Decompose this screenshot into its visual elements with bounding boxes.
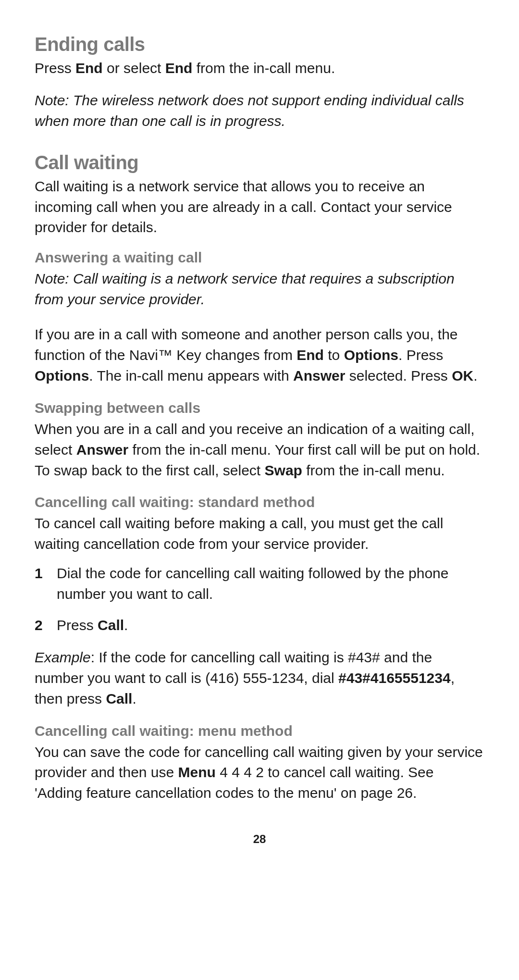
list-item: 2 Press Call.: [35, 615, 484, 636]
text: from the in-call menu.: [192, 60, 335, 76]
text: Press: [35, 60, 75, 76]
heading-call-waiting: Call waiting: [35, 152, 484, 174]
bold-options: Options: [35, 368, 89, 384]
text: .: [132, 691, 136, 707]
bold-end: End: [75, 60, 103, 76]
cancel-menu-para: You can save the code for cancelling cal…: [35, 742, 484, 804]
bold-swap: Swap: [265, 462, 302, 478]
answering-para: If you are in a call with someone and an…: [35, 324, 484, 386]
example-label: Example: [35, 649, 91, 665]
swapping-para: When you are in a call and you receive a…: [35, 419, 484, 481]
ending-calls-note: Note: The wireless network does not supp…: [35, 90, 484, 132]
subheading-cancel-menu: Cancelling call waiting: menu method: [35, 723, 484, 739]
bold-dialstring: #43#4165551234: [338, 670, 451, 686]
text: .: [473, 368, 477, 384]
bold-answer: Answer: [76, 442, 128, 458]
bold-options: Options: [344, 347, 398, 363]
bold-answer: Answer: [293, 368, 345, 384]
page-number: 28: [35, 832, 484, 846]
bold-call: Call: [98, 617, 124, 633]
text: .: [124, 617, 128, 633]
step-text: Press Call.: [57, 615, 484, 636]
text: or select: [103, 60, 165, 76]
bold-call: Call: [106, 691, 132, 707]
ending-calls-para: Press End or select End from the in-call…: [35, 58, 484, 79]
text: Press: [57, 617, 98, 633]
bold-menu: Menu: [178, 764, 216, 780]
text: to: [324, 347, 344, 363]
list-item: 1 Dial the code for cancelling call wait…: [35, 563, 484, 605]
bold-end: End: [297, 347, 324, 363]
heading-ending-calls: Ending calls: [35, 34, 484, 55]
subheading-answering: Answering a waiting call: [35, 249, 484, 266]
text: selected. Press: [345, 368, 452, 384]
step-number: 1: [35, 563, 57, 605]
text: from the in-call menu.: [302, 462, 445, 478]
cancel-standard-intro: To cancel call waiting before making a c…: [35, 513, 484, 555]
text: . Press: [398, 347, 443, 363]
call-waiting-intro: Call waiting is a network service that a…: [35, 176, 484, 238]
cancel-standard-steps: 1 Dial the code for cancelling call wait…: [35, 563, 484, 636]
cancel-standard-example: Example: If the code for cancelling call…: [35, 647, 484, 709]
step-text: Dial the code for cancelling call waitin…: [57, 563, 484, 605]
document-page: Ending calls Press End or select End fro…: [0, 0, 519, 875]
subheading-swapping: Swapping between calls: [35, 400, 484, 416]
step-number: 2: [35, 615, 57, 636]
bold-ok: OK: [452, 368, 473, 384]
subheading-cancel-standard: Cancelling call waiting: standard method: [35, 494, 484, 510]
bold-end: End: [165, 60, 193, 76]
text: . The in-call menu appears with: [89, 368, 293, 384]
answering-note: Note: Call waiting is a network service …: [35, 269, 484, 310]
